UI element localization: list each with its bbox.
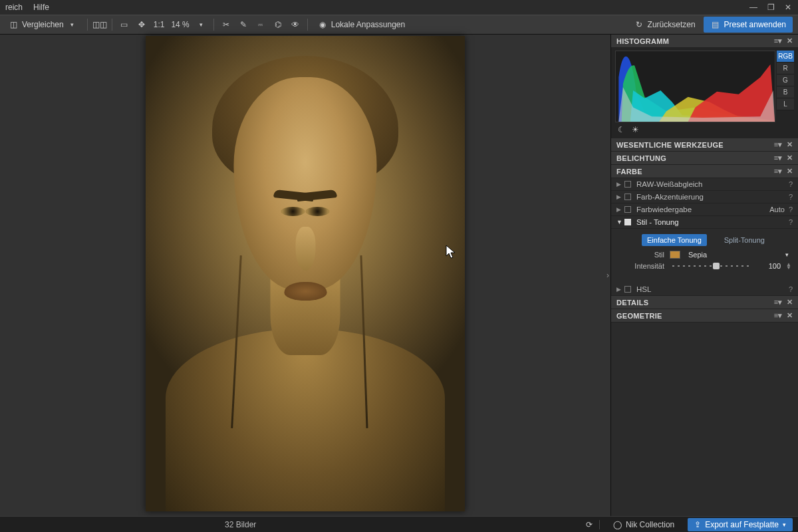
expand-icon: ▶ [616, 206, 624, 213]
menu-item-reich[interactable]: reich [5, 3, 23, 12]
param-style: Stil Sepia ▾ [630, 250, 791, 259]
canvas-viewport[interactable]: › [0, 35, 610, 516]
tab-split-toning[interactable]: Split-Tonung [719, 234, 770, 246]
local-adjustments-button[interactable]: ◉ Lokale Anpassungen [315, 18, 408, 31]
channel-b[interactable]: B [777, 86, 794, 98]
row-toning[interactable]: ▼ Stil - Tonung ? [611, 216, 798, 229]
row-rendering-mode: Auto [769, 205, 785, 213]
row-raw-wb-label: RAW-Weißabgleich [636, 180, 789, 188]
shadows-icon[interactable]: ☾ [618, 125, 625, 134]
tab-simple-toning[interactable]: Einfache Tonung [642, 234, 707, 246]
compare-button[interactable]: ◫ Vergleichen ▾ [5, 18, 80, 31]
chevron-down-icon: ▾ [783, 521, 786, 528]
row-raw-wb[interactable]: ▶ RAW-Weißabgleich ? [611, 178, 798, 191]
nik-icon: ◯ [613, 520, 622, 529]
menu-icon[interactable]: ≡▾ [774, 154, 783, 162]
menu-icon[interactable]: ≡▾ [774, 167, 783, 176]
menu-icon[interactable]: ≡▾ [774, 311, 783, 320]
window-maximize-icon[interactable]: ❐ [766, 3, 775, 12]
eyedropper-icon[interactable]: ✎ [238, 19, 249, 30]
nik-collection-button[interactable]: ◯ Nik Collection [606, 518, 681, 531]
section-essential-label: WESENTLICHE WERKZEUGE [616, 141, 724, 149]
channel-rgb[interactable]: RGB [777, 51, 794, 63]
channel-l[interactable]: L [777, 98, 794, 110]
help-icon[interactable]: ? [789, 285, 793, 293]
row-rendering-label: Farbwiedergabe [636, 205, 769, 213]
section-color-label: FARBE [616, 168, 642, 176]
help-icon[interactable]: ? [789, 193, 793, 201]
chevron-down-icon[interactable]: ▾ [196, 19, 207, 30]
channel-r[interactable]: R [777, 63, 794, 74]
expand-icon: ▶ [616, 286, 624, 293]
split-view-icon[interactable]: ◫◫ [94, 19, 105, 30]
style-value: Sepia [688, 251, 707, 259]
section-geometry-label: GEOMETRIE [616, 312, 662, 320]
image-preview [146, 36, 465, 511]
close-icon[interactable]: ✕ [787, 298, 793, 307]
section-histogram[interactable]: HISTOGRAMM ≡▾✕ [611, 35, 798, 48]
section-essential[interactable]: WESENTLICHE WERKZEUGE ≡▾✕ [611, 138, 798, 152]
collapse-icon: ▼ [616, 219, 624, 225]
toning-body: Einfache Tonung Split-Tonung Stil Sepia … [611, 229, 798, 278]
menu-icon[interactable]: ≡▾ [774, 140, 783, 149]
spin-down-icon[interactable]: ▼ [786, 266, 791, 269]
section-geometry[interactable]: GEOMETRIE ≡▾✕ [611, 309, 798, 323]
help-icon[interactable]: ? [789, 180, 793, 188]
menu-item-hilfe[interactable]: Hilfe [33, 3, 49, 12]
image-count: 32 Bilder [225, 520, 256, 529]
section-exposure-label: BELICHTUNG [616, 154, 666, 162]
help-icon[interactable]: ? [789, 218, 793, 226]
close-icon[interactable]: ✕ [787, 154, 793, 162]
style-swatch [670, 251, 680, 259]
reset-icon: ↻ [634, 19, 644, 30]
local-adjust-label: Lokale Anpassungen [331, 20, 405, 29]
preset-apply-button[interactable]: ▤ Preset anwenden [704, 17, 793, 33]
section-details[interactable]: DETAILS ≡▾✕ [611, 296, 798, 309]
panel-collapse-handle[interactable]: › [605, 268, 610, 283]
channel-g[interactable]: G [777, 74, 794, 86]
intensity-slider[interactable] [672, 265, 750, 267]
param-intensity: Intensität ▲▼ [630, 262, 791, 270]
style-label: Stil [630, 251, 664, 259]
menu-icon[interactable]: ≡▾ [774, 37, 783, 45]
fit-icon[interactable]: ▭ [119, 19, 130, 30]
local-adjust-icon: ◉ [317, 19, 328, 30]
preview-eye-icon[interactable]: 👁 [290, 19, 301, 30]
intensity-value[interactable] [758, 262, 781, 270]
row-hsl[interactable]: ▶ HSL ? [611, 283, 798, 296]
zoom-percent[interactable]: 14 % [171, 20, 189, 29]
zoom-ratio[interactable]: 1:1 [154, 20, 165, 29]
close-icon[interactable]: ✕ [787, 311, 793, 320]
window-minimize-icon[interactable]: — [749, 3, 758, 12]
close-icon[interactable]: ✕ [787, 140, 793, 149]
process-icon[interactable]: ⟳ [586, 520, 593, 529]
intensity-label: Intensität [630, 262, 664, 270]
section-color[interactable]: FARBE ≡▾✕ [611, 165, 798, 178]
histogram-canvas [615, 51, 775, 122]
export-button[interactable]: ⇪ Export auf Festplatte ▾ [688, 518, 793, 531]
highlights-icon[interactable]: ☀ [632, 125, 639, 134]
chevron-down-icon: ▾ [67, 19, 78, 30]
style-dropdown[interactable]: Sepia ▾ [686, 250, 791, 259]
compare-icon: ◫ [8, 19, 19, 30]
menu-icon[interactable]: ≡▾ [774, 298, 783, 307]
toolbar: ◫ Vergleichen ▾ ◫◫ ▭ ✥ 1:1 14 % ▾ ✂ ✎ ⎓ … [0, 15, 798, 35]
close-icon[interactable]: ✕ [787, 167, 793, 176]
crop-icon[interactable]: ✂ [221, 19, 231, 30]
reset-button[interactable]: ↻ Zurücksetzen [631, 18, 698, 31]
tag-icon[interactable]: ⌬ [273, 19, 283, 30]
compare-label: Vergleichen [22, 20, 64, 29]
move-icon[interactable]: ✥ [136, 19, 147, 30]
main-area: › HISTOGRAMM ≡▾✕ [0, 35, 798, 516]
section-exposure[interactable]: BELICHTUNG ≡▾✕ [611, 152, 798, 165]
row-accent[interactable]: ▶ Farb-Akzentuierung ? [611, 191, 798, 203]
histogram-box: RGB R G B L ☾ ☀ [611, 48, 798, 138]
row-rendering[interactable]: ▶ Farbwiedergabe Auto ? [611, 203, 798, 216]
window-close-icon[interactable]: ✕ [783, 3, 793, 12]
section-details-label: DETAILS [616, 299, 648, 307]
horizon-icon[interactable]: ⎓ [255, 19, 266, 30]
export-icon: ⇪ [694, 520, 701, 529]
close-icon[interactable]: ✕ [787, 37, 793, 45]
section-histogram-label: HISTOGRAMM [616, 37, 669, 45]
help-icon[interactable]: ? [789, 205, 793, 213]
